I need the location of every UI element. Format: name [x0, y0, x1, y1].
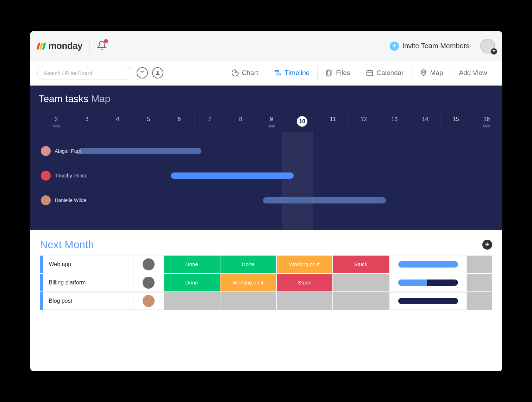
progress-bar: [398, 261, 458, 268]
logo-stripes-icon: [37, 43, 45, 50]
svg-rect-5: [277, 74, 281, 75]
chart-icon: [231, 69, 239, 77]
add-item-button[interactable]: +: [482, 240, 492, 250]
date-number: 9: [256, 116, 287, 123]
status-cell[interactable]: [164, 292, 220, 310]
date-dow: Mon: [41, 124, 71, 128]
date-number: 8: [225, 116, 256, 123]
status-cell[interactable]: Working on it: [220, 274, 276, 291]
invite-label: Invite Team Members: [402, 42, 470, 50]
person-filter-button[interactable]: [152, 67, 163, 78]
avatar: [41, 146, 51, 156]
date-col[interactable]: 3: [71, 111, 102, 132]
gantt-bar[interactable]: [263, 197, 386, 203]
gantt-bar[interactable]: [79, 148, 201, 154]
date-col[interactable]: 6: [164, 111, 194, 132]
date-col[interactable]: 9Mon: [256, 111, 287, 132]
date-col[interactable]: 5: [133, 111, 163, 132]
date-header: 2Mon3456789Mon10111213141516Mon: [30, 111, 502, 132]
gantt-person[interactable]: Timothy Prince: [41, 171, 88, 181]
gantt-row: Timothy Prince: [41, 163, 502, 188]
search-input[interactable]: [37, 66, 132, 80]
date-number: 16: [471, 116, 502, 123]
task-name[interactable]: Blog post: [43, 292, 133, 310]
date-col[interactable]: 4: [102, 111, 133, 132]
svg-point-3: [157, 71, 158, 73]
avatar: [41, 195, 51, 205]
status-cell[interactable]: [333, 274, 389, 291]
plus-icon: +: [390, 42, 399, 51]
gantt-person[interactable]: Danielle Wilde: [41, 195, 86, 205]
svg-rect-8: [367, 71, 373, 76]
person-name: Danielle Wilde: [55, 197, 86, 203]
panel-title-row: Team tasks Map: [30, 86, 502, 111]
owner-cell[interactable]: [133, 292, 164, 310]
avatar: [143, 258, 155, 270]
progress-fill: [398, 261, 458, 268]
date-col[interactable]: 8: [225, 111, 256, 132]
date-col[interactable]: 13: [379, 111, 409, 132]
date-col[interactable]: 16Mon: [471, 111, 502, 132]
viewbar: Chart Timeline Files Calendar Map Add Vi…: [30, 61, 502, 86]
date-col[interactable]: 11: [317, 111, 348, 132]
owner-cell[interactable]: [133, 274, 164, 291]
svg-point-12: [423, 71, 424, 73]
tab-map[interactable]: Map: [412, 65, 451, 80]
tab-timeline[interactable]: Timeline: [266, 65, 317, 80]
date-col[interactable]: 14: [409, 111, 440, 132]
task-name[interactable]: Web app: [43, 256, 133, 273]
task-name[interactable]: Billing platform: [43, 274, 133, 291]
progress-cell[interactable]: [389, 256, 467, 273]
progress-fill: [398, 279, 427, 286]
tab-files[interactable]: Files: [317, 65, 358, 80]
invite-team-members-button[interactable]: + Invite Team Members: [390, 42, 470, 51]
status-cell[interactable]: Working on it: [277, 256, 332, 273]
map-pin-icon: [420, 69, 427, 77]
avatar: [143, 277, 155, 289]
gantt-bar[interactable]: [171, 172, 294, 179]
next-month-table: Web appDoneDoneWorking on itStuckBilling…: [40, 256, 492, 310]
date-col[interactable]: 12: [348, 111, 379, 132]
row-accent: [40, 256, 43, 273]
status-cell[interactable]: [277, 292, 332, 310]
person-name: Abigail Pagi: [55, 148, 81, 154]
status-cell[interactable]: [333, 292, 389, 310]
date-col[interactable]: 7: [194, 111, 225, 132]
date-col[interactable]: 10: [287, 111, 317, 132]
owner-cell[interactable]: [133, 256, 164, 273]
status-cell[interactable]: [220, 292, 276, 310]
avatar: [143, 295, 155, 307]
gantt-person[interactable]: Abigail Pagi: [41, 146, 81, 156]
progress-cell[interactable]: [389, 292, 467, 310]
status-cell[interactable]: Done: [164, 256, 220, 273]
logo[interactable]: monday: [37, 40, 83, 51]
notifications-button[interactable]: [97, 40, 107, 52]
add-view-button[interactable]: Add View: [451, 65, 495, 80]
status-cell[interactable]: Stuck: [277, 274, 332, 291]
table-row: Blog post: [40, 292, 492, 310]
status-cell[interactable]: Done: [164, 274, 220, 291]
filter-button[interactable]: [137, 67, 148, 78]
date-col[interactable]: 15: [440, 111, 471, 132]
svg-rect-4: [275, 71, 279, 72]
gantt-row: Abigail Pagi: [41, 139, 502, 163]
progress-cell[interactable]: [389, 274, 467, 291]
date-col[interactable]: 2Mon: [41, 111, 71, 132]
date-number: 5: [133, 116, 163, 123]
tab-chart[interactable]: Chart: [224, 65, 266, 80]
status-cell[interactable]: Stuck: [333, 256, 389, 273]
table-row: Web appDoneDoneWorking on itStuck: [40, 256, 492, 273]
date-number: 11: [318, 116, 348, 123]
timeline-icon: [274, 69, 282, 77]
date-dow: Mon: [471, 124, 502, 128]
panel-title: Team tasks Map: [39, 93, 494, 105]
divider: [89, 39, 90, 53]
progress-bar: [398, 298, 458, 304]
profile-menu-button[interactable]: [480, 39, 495, 54]
row-tail: [467, 292, 492, 310]
next-month-title[interactable]: Next Month: [40, 239, 94, 251]
date-number: 2: [41, 116, 71, 123]
avatar: [41, 171, 51, 181]
status-cell[interactable]: Done: [220, 256, 276, 273]
tab-calendar[interactable]: Calendar: [358, 65, 411, 80]
